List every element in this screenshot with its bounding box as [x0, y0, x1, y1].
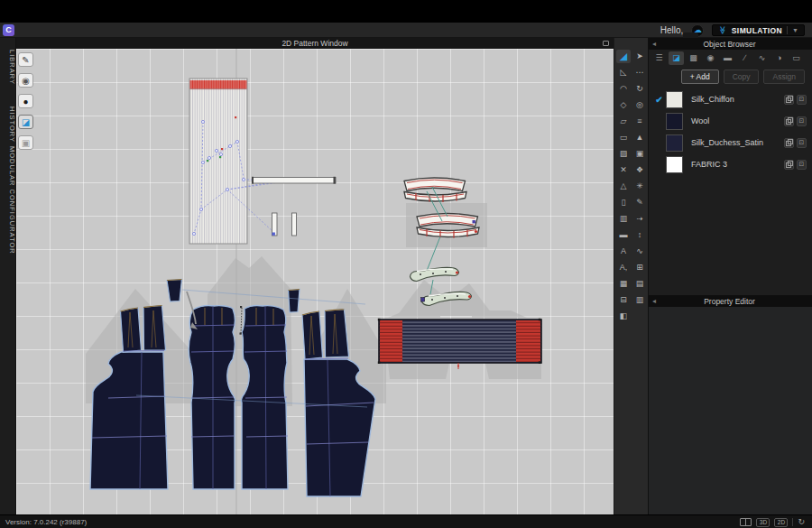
dart-tool[interactable]: △	[616, 180, 631, 193]
pattern-piece-strap-1[interactable]	[167, 280, 182, 302]
pen-draw-tool[interactable]: ✎	[632, 196, 647, 209]
left-dock-rail: LIBRARY HISTORY MODULAR CONFIGURATOR	[0, 38, 16, 514]
reset-arrangement-tool[interactable]: ▣	[632, 147, 647, 161]
polygon-tool[interactable]: ▱	[616, 115, 631, 128]
simulation-dropdown-icon[interactable]: ▼	[792, 27, 798, 33]
tack-tool-icon: ⋯	[636, 69, 644, 77]
rail-tab-modular-configurator[interactable]: MODULAR CONFIGURATOR	[0, 146, 16, 255]
tab-fabric[interactable]: ◪	[669, 51, 684, 65]
tab-button-icon: ◉	[707, 54, 715, 62]
save-fabric-icon[interactable]: ⊡	[797, 160, 807, 170]
status-bar: Version: 7.0.242 (r39887) 3D 2D ↻	[0, 514, 812, 528]
copy-fabric-button[interactable]: Copy	[724, 69, 760, 84]
fabric-row[interactable]: Silk_Duchess_Satin⊡	[649, 132, 812, 153]
annotation-tool[interactable]: A,	[616, 261, 631, 274]
fabric-row[interactable]: ✔Silk_Chiffon⊡	[649, 88, 812, 110]
height-measure-tool[interactable]: ↕	[632, 228, 647, 242]
seam-allowance-tool[interactable]: ▯	[616, 196, 631, 209]
tab-zipper-icon: ▭	[792, 54, 800, 62]
tab-scene-list[interactable]: ☰	[651, 51, 667, 65]
fold-arrangement-tool[interactable]: ↻	[632, 82, 647, 96]
tack-tool[interactable]: ⋯	[632, 66, 647, 79]
pen-tool[interactable]: ✎	[18, 52, 33, 67]
tab-zipper[interactable]: ▭	[789, 51, 804, 65]
rail-tab-library[interactable]: LIBRARY	[0, 50, 16, 85]
pattern-canvas[interactable]: ✎◉●◪▣	[16, 49, 614, 514]
flat-measure-tool[interactable]: ▬	[616, 228, 631, 242]
tab-texture[interactable]: ▩	[686, 51, 701, 65]
popout-icon[interactable]	[603, 41, 609, 46]
rectangle-tool[interactable]: ▭	[616, 131, 631, 144]
tab-puckering[interactable]: ∿	[754, 51, 770, 65]
guide-measure-tool[interactable]: ⇢	[632, 212, 647, 226]
pattern-drawing	[16, 49, 614, 514]
edit-curve-point-tool[interactable]: ◇	[616, 98, 631, 112]
pattern-piece-strap-2[interactable]	[289, 290, 300, 313]
simulation-button[interactable]: ≫ SIMULATION ▼	[712, 24, 805, 36]
transform-pattern-tool-icon: ◢	[620, 51, 627, 61]
trace-tool[interactable]: ✕	[616, 163, 631, 177]
fold-tool[interactable]: ◧	[616, 310, 631, 323]
arrange-tool[interactable]: ▲	[632, 131, 647, 144]
fabric-row[interactable]: FABRIC 3⊡	[649, 153, 812, 175]
pattern-piece-dress-center-left[interactable]	[189, 306, 235, 489]
transform-pattern-tool[interactable]: ◢	[616, 50, 631, 63]
pattern-piece-striped-band[interactable]	[378, 319, 541, 369]
pattern-piece-pleated-panel[interactable]	[189, 79, 329, 244]
pin-avatar-tool[interactable]: ◉	[18, 73, 33, 88]
fabric-view-toggle[interactable]: ◪	[18, 115, 33, 129]
pattern-piece-cuff-1[interactable]	[411, 267, 459, 281]
avatar-toggle[interactable]: ●	[18, 94, 33, 108]
elastic-tool[interactable]: ∿	[632, 245, 647, 258]
fabric-selected-check-icon: ✔	[652, 95, 666, 105]
tab-stitch[interactable]: ∕	[737, 51, 752, 65]
tab-button[interactable]: ◉	[703, 51, 718, 65]
duplicate-fabric-icon[interactable]	[784, 116, 794, 126]
internal-shape-tool[interactable]: ▨	[616, 147, 631, 161]
refresh-icon[interactable]: ↻	[798, 518, 805, 526]
save-fabric-icon[interactable]: ⊡	[797, 138, 807, 148]
text-tool[interactable]: A	[616, 245, 631, 258]
tab-topstitch[interactable]: ▬	[720, 51, 735, 65]
fabric-row[interactable]: Wool⊡	[649, 110, 812, 132]
buttonhole-tool[interactable]: ▦	[616, 277, 631, 291]
assign-fabric-button[interactable]: Assign	[763, 69, 805, 84]
version-text: Version: 7.0.242 (r39887)	[5, 515, 87, 528]
hardware-tool-icon: ❖	[636, 166, 643, 174]
divider	[792, 518, 793, 526]
text-tool-icon: A	[621, 247, 626, 255]
edit-curvature-tool[interactable]: ◠	[616, 82, 631, 96]
buttonhole-tool-icon: ▦	[620, 280, 628, 288]
duplicate-fabric-icon[interactable]	[784, 138, 794, 148]
view-3d-button[interactable]: 3D	[756, 518, 770, 527]
tab-stitch-icon: ∕	[744, 54, 746, 62]
internal-rectangle-tool[interactable]: ▥	[616, 212, 631, 226]
layer-tool[interactable]: ≡	[632, 115, 647, 128]
duplicate-fabric-icon[interactable]	[784, 160, 794, 170]
collapse-arrow-icon[interactable]: ◂	[649, 297, 660, 305]
fabric-swatch	[666, 156, 683, 173]
stitch-stack-tool[interactable]: ▥	[632, 293, 647, 307]
rail-tab-history[interactable]: HISTORY	[0, 107, 16, 143]
sewing-machine-tool[interactable]: ⊟	[616, 293, 631, 307]
graphic-print-tool[interactable]: ✳	[632, 180, 647, 193]
lock-pattern-tool[interactable]: ▣	[18, 135, 33, 150]
shirring-tool[interactable]: ⊞	[632, 261, 647, 274]
save-fabric-icon[interactable]: ⊡	[797, 116, 807, 126]
duplicate-fabric-icon[interactable]	[784, 95, 794, 105]
pattern-piece-dress-center-right[interactable]	[240, 306, 289, 489]
collapse-arrow-icon[interactable]: ◂	[649, 40, 660, 48]
app-logo[interactable]: C	[3, 24, 14, 36]
tab-trim[interactable]: ◑	[771, 51, 787, 65]
pattern-piece-small-strips[interactable]	[272, 213, 297, 236]
pattern-piece-waist-strip[interactable]	[252, 177, 336, 184]
quilt-tool[interactable]: ▤	[632, 277, 647, 291]
zoom-area-tool[interactable]: ◎	[632, 98, 647, 112]
add-fabric-button[interactable]: + Add	[681, 69, 719, 84]
split-view-icon[interactable]	[740, 518, 752, 526]
save-fabric-icon[interactable]: ⊡	[797, 95, 807, 105]
view-2d-button[interactable]: 2D	[774, 518, 788, 527]
hardware-tool[interactable]: ❖	[632, 163, 647, 177]
edit-pattern-tool[interactable]: ◺	[616, 66, 631, 79]
pin-box-tool[interactable]: ➤	[632, 50, 647, 63]
